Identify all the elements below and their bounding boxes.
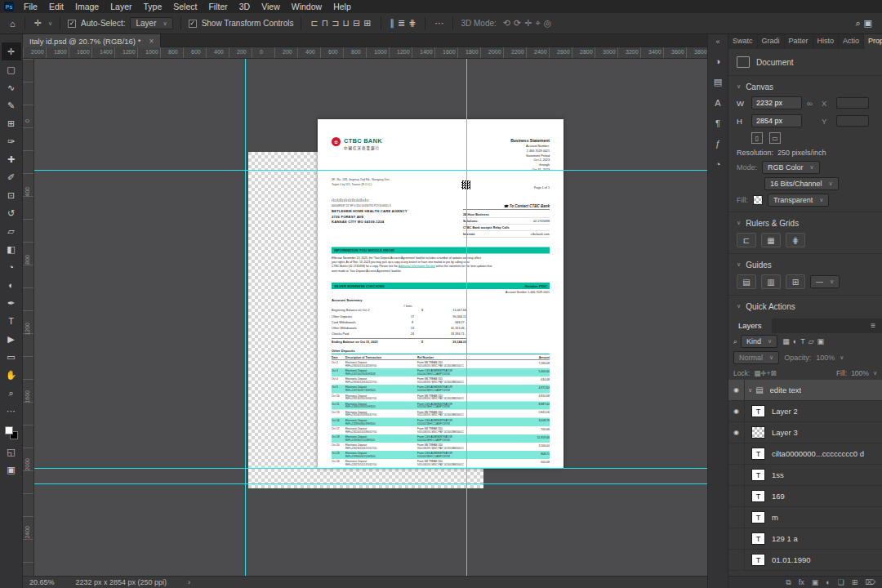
fill-dropdown[interactable]: Transparent ∨ xyxy=(768,194,829,207)
layer-thumbnail[interactable] xyxy=(751,426,765,439)
layer-filter-icon-1[interactable]: ◐ xyxy=(791,337,799,345)
layer-row[interactable]: T1ss xyxy=(728,465,882,486)
panel-tab-properties[interactable]: Properties xyxy=(864,34,882,49)
layer-name[interactable]: m xyxy=(772,513,778,522)
vertical-ruler[interactable]: 040080012001600200024002800 xyxy=(23,59,34,576)
menu-item-select[interactable]: Select xyxy=(167,2,203,11)
glyphs-panel-icon[interactable]: ƒ xyxy=(715,139,720,149)
guide-line-style-dropdown[interactable]: —∨ xyxy=(810,275,840,288)
auto-select-checkbox[interactable]: ✓ xyxy=(68,20,76,28)
canvas-area[interactable]: ✿ CTBC BANK 中國信託商業銀行 Business Statement … xyxy=(34,59,707,576)
zoom-level[interactable]: 20.65% xyxy=(29,578,55,586)
tool-preset-chevron-icon[interactable]: ∨ xyxy=(48,20,52,27)
adjustments-panel-icon[interactable]: ◑ xyxy=(715,56,721,66)
clone-source-panel-icon[interactable]: ◔ xyxy=(715,159,721,169)
mode3d-icon-2[interactable]: ✛ xyxy=(523,18,533,28)
panel-menu-icon[interactable]: ≡ xyxy=(864,318,882,333)
eyedropper-tool[interactable]: ✑ xyxy=(2,132,21,150)
quick-actions-section-header[interactable]: ∨ Quick Actions xyxy=(737,299,874,314)
quick-selection-tool[interactable]: ✎ xyxy=(2,96,21,114)
lock-icon-3[interactable]: ⊠ xyxy=(770,369,776,377)
guides-icon-1[interactable]: ▥ xyxy=(761,274,781,289)
align-icon-2[interactable]: ⊐ xyxy=(330,18,341,28)
menu-item-window[interactable]: Window xyxy=(286,2,327,11)
lasso-tool[interactable]: ∿ xyxy=(2,78,21,96)
search-icon[interactable]: ⌕ xyxy=(853,18,862,28)
guide-horizontal-2[interactable] xyxy=(34,468,707,469)
crop-tool[interactable]: ⊞ xyxy=(2,114,21,132)
landscape-orientation-icon[interactable]: ▭ xyxy=(769,132,781,144)
blend-mode-dropdown[interactable]: Normal ∨ xyxy=(733,351,779,364)
layer-filter-icon-2[interactable]: T xyxy=(799,337,807,345)
horizontal-ruler[interactable]: 2000180016001400120010008006004002000200… xyxy=(23,47,707,59)
text-layer-thumbnail[interactable]: T xyxy=(751,469,765,481)
more-tools-icon[interactable]: ⋯ xyxy=(2,402,21,420)
layer-visibility-toggle[interactable] xyxy=(728,507,745,528)
panel-tab-actio[interactable]: Actio xyxy=(839,34,864,49)
dodge-tool[interactable]: ◐ xyxy=(2,276,21,294)
menu-item-filter[interactable]: Filter xyxy=(203,2,233,11)
mode3d-icon-1[interactable]: ⟳ xyxy=(512,18,523,28)
panel-tab-patter[interactable]: Patter xyxy=(785,34,813,49)
layer-row[interactable]: T01.01.1990 xyxy=(728,550,882,571)
panel-tab-gradi[interactable]: Gradi xyxy=(758,34,785,49)
text-layer-thumbnail[interactable]: T xyxy=(751,405,765,417)
width-field[interactable]: 2232 px xyxy=(751,96,802,109)
mode3d-icon-3[interactable]: ⌖ xyxy=(533,18,541,28)
align-icon-3[interactable]: ⊔ xyxy=(341,18,351,28)
panel-tab-swatc[interactable]: Swatc xyxy=(728,34,758,49)
layer-visibility-toggle[interactable] xyxy=(728,465,745,485)
wh-link-icon[interactable]: ∞ xyxy=(807,99,817,108)
layer-visibility-toggle[interactable]: ◉ xyxy=(728,380,745,400)
color-swatches[interactable] xyxy=(5,426,18,439)
layer-fill-value[interactable]: 100% xyxy=(851,369,869,377)
align-icon-5[interactable]: ⊞ xyxy=(362,18,372,28)
layer-filter-icon-4[interactable]: ▣ xyxy=(816,337,826,345)
layer-name[interactable]: 129 1 a xyxy=(772,534,798,543)
align-icon-1[interactable]: ⊓ xyxy=(320,18,331,28)
layer-name[interactable]: 169 xyxy=(772,492,785,501)
layers-tab[interactable]: Layers xyxy=(728,318,772,333)
layer-row[interactable]: ◉∨▤edite text xyxy=(728,380,882,401)
layers-bottom-icon-4[interactable]: ❏ xyxy=(838,578,844,586)
home-icon[interactable]: ⌂ xyxy=(8,19,17,29)
document-tab[interactable]: Italy id.psd @ 20.7% (RGB/16) * × xyxy=(23,34,161,47)
align-icon-4[interactable]: ⊟ xyxy=(351,18,362,28)
panel-tab-histo[interactable]: Histo xyxy=(813,34,840,49)
y-field[interactable] xyxy=(836,115,869,127)
depth-dropdown[interactable]: 16 Bits/Channel ∨ xyxy=(764,177,839,190)
statement-document[interactable]: ✿ CTBC BANK 中國信託商業銀行 Business Statement … xyxy=(318,119,564,468)
blur-tool[interactable]: ◔ xyxy=(2,258,21,276)
opacity-value[interactable]: 100% xyxy=(816,354,835,362)
layer-name[interactable]: Layer 3 xyxy=(772,428,798,437)
mode3d-icon-4[interactable]: ◎ xyxy=(542,18,554,28)
rulers-grids-icon-1[interactable]: ▦ xyxy=(761,233,781,247)
more-options-icon[interactable]: ⋯ xyxy=(433,18,445,29)
foreground-color-swatch[interactable] xyxy=(5,426,13,434)
layer-filter-icon-3[interactable]: ▱ xyxy=(807,337,816,345)
layers-bottom-icon-2[interactable]: ▣ xyxy=(812,578,819,586)
distribute-icon-1[interactable]: ≣ xyxy=(396,18,407,28)
type-tool[interactable]: T xyxy=(2,312,21,330)
text-layer-thumbnail[interactable]: T xyxy=(751,532,765,545)
align-icon-0[interactable]: ⊏ xyxy=(309,18,319,28)
libraries-panel-icon[interactable]: ▤ xyxy=(714,77,722,87)
guide-vertical-1[interactable] xyxy=(245,59,246,576)
menu-item-help[interactable]: Help xyxy=(327,2,357,11)
distribute-icon-0[interactable]: ∥ xyxy=(389,18,397,28)
layer-name[interactable]: edite text xyxy=(770,385,802,394)
path-selection-tool[interactable]: ▶ xyxy=(2,330,21,348)
character-panel-icon[interactable]: A xyxy=(715,98,720,108)
layer-name[interactable]: 01.01.1990 xyxy=(772,555,811,564)
hand-tool[interactable]: ✋ xyxy=(2,366,21,384)
clone-stamp-tool[interactable]: ⊡ xyxy=(2,186,21,204)
layer-row[interactable]: ◉TLayer 2 xyxy=(728,401,882,422)
tab-close-icon[interactable]: × xyxy=(149,37,154,46)
text-layer-thumbnail[interactable]: T xyxy=(751,554,765,566)
shape-tool[interactable]: ▭ xyxy=(2,348,21,366)
distribute-icon-2[interactable]: ⋕ xyxy=(407,18,417,28)
guides-icon-2[interactable]: ⊞ xyxy=(786,274,805,289)
guides-section-header[interactable]: ∨ Guides xyxy=(737,257,874,272)
layer-row[interactable]: Tm xyxy=(728,507,882,528)
layer-visibility-toggle[interactable] xyxy=(728,550,745,570)
